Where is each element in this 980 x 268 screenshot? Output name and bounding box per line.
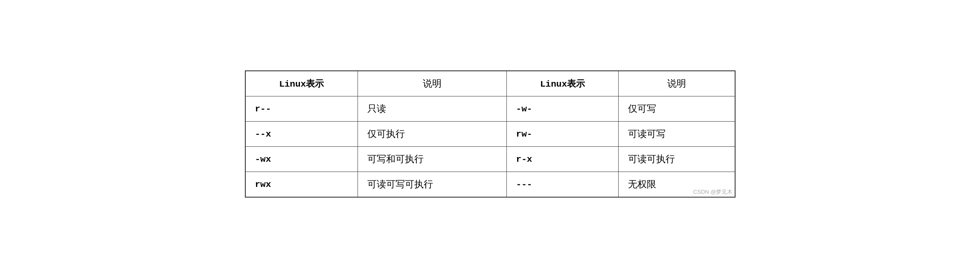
page-wrapper: Linux表示 说明 Linux表示 说明 r-- 只读 -w- 仅可写 --x…	[245, 70, 736, 198]
permissions-table: Linux表示 说明 Linux表示 说明 r-- 只读 -w- 仅可写 --x…	[245, 70, 736, 198]
cell-desc-4-2: 可读可写可执行	[358, 172, 506, 198]
cell-desc-2-4: 可读可写	[619, 122, 735, 147]
cell-code-1-1: r--	[245, 96, 358, 122]
cell-code-2-3: rw-	[506, 122, 619, 147]
cell-desc-3-4: 可读可执行	[619, 147, 735, 172]
header-desc-2: 说明	[619, 71, 735, 96]
header-linux-1: Linux表示	[245, 71, 358, 96]
cell-code-4-3: ---	[506, 172, 619, 198]
table-row: --x 仅可执行 rw- 可读可写	[245, 122, 735, 147]
cell-desc-1-4: 仅可写	[619, 96, 735, 122]
header-desc-1: 说明	[358, 71, 506, 96]
cell-desc-1-2: 只读	[358, 96, 506, 122]
table-row: -wx 可写和可执行 r-x 可读可执行	[245, 147, 735, 172]
cell-desc-2-2: 仅可执行	[358, 122, 506, 147]
table-row: r-- 只读 -w- 仅可写	[245, 96, 735, 122]
cell-code-3-3: r-x	[506, 147, 619, 172]
table-header-row: Linux表示 说明 Linux表示 说明	[245, 71, 735, 96]
cell-code-2-1: --x	[245, 122, 358, 147]
cell-code-4-1: rwx	[245, 172, 358, 198]
watermark-text: CSDN @梦见木	[693, 188, 733, 196]
cell-code-3-1: -wx	[245, 147, 358, 172]
cell-desc-3-2: 可写和可执行	[358, 147, 506, 172]
cell-code-1-3: -w-	[506, 96, 619, 122]
header-linux-2: Linux表示	[506, 71, 619, 96]
table-row: rwx 可读可写可执行 --- 无权限	[245, 172, 735, 198]
